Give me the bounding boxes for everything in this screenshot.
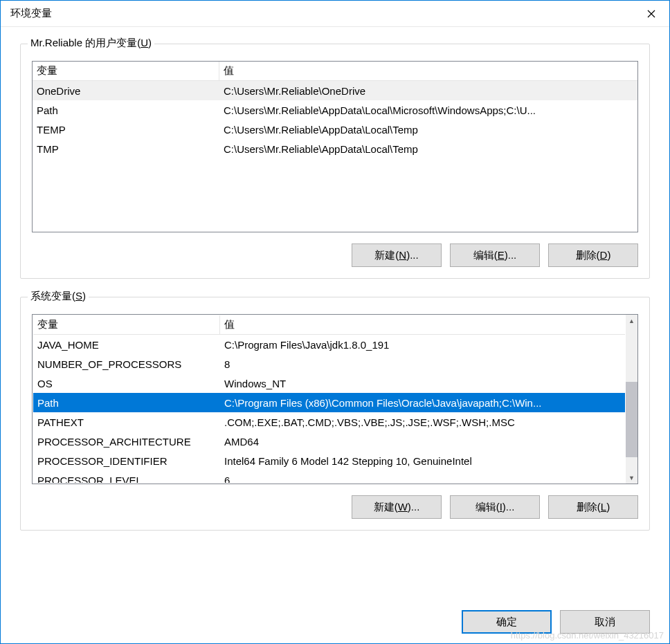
user-vars-table[interactable]: 变量 值 OneDriveC:\Users\Mr.Reliable\OneDri… [32,61,638,232]
cell-variable: Path [33,102,219,118]
cell-value: C:\Program Files (x86)\Common Files\Orac… [220,395,625,411]
user-buttons-row: 新建(N)... 编辑(E)... 删除(D) [32,243,638,267]
env-vars-dialog: 环境变量 Mr.Reliable 的用户变量(U) 变量 值 OneDriveC… [0,0,670,644]
header-variable[interactable]: 变量 [33,62,219,80]
user-delete-button[interactable]: 删除(D) [548,243,638,267]
user-vars-label: Mr.Reliable 的用户变量(U) [28,37,154,50]
cell-variable: NUMBER_OF_PROCESSORS [33,356,220,372]
user-vars-group: Mr.Reliable 的用户变量(U) 变量 值 OneDriveC:\Use… [20,44,650,279]
system-buttons-row: 新建(W)... 编辑(I)... 删除(L) [32,495,638,519]
scroll-thumb[interactable] [626,382,637,457]
system-delete-button[interactable]: 删除(L) [548,495,638,519]
cancel-button[interactable]: 取消 [560,610,650,634]
window-title: 环境变量 [10,7,52,20]
header-value[interactable]: 值 [220,315,625,334]
table-row[interactable]: TMPC:\Users\Mr.Reliable\AppData\Local\Te… [33,139,637,158]
close-icon [647,10,655,18]
cell-value: AMD64 [220,434,625,450]
cell-variable: OS [33,376,220,392]
dialog-footer: 确定 取消 [1,606,669,643]
scroll-up-icon[interactable]: ▲ [626,315,637,326]
system-table-header: 变量 值 [33,315,625,335]
cell-value: C:\Users\Mr.Reliable\AppData\Local\Micro… [219,102,637,118]
dialog-content: Mr.Reliable 的用户变量(U) 变量 值 OneDriveC:\Use… [1,27,669,606]
cell-value: 6 [220,472,625,484]
cell-value: C:\Users\Mr.Reliable\OneDrive [219,83,637,99]
cell-value: C:\Program Files\Java\jdk1.8.0_191 [220,337,625,353]
system-vars-label: 系统变量(S) [28,290,89,303]
table-row[interactable]: PathC:\Program Files (x86)\Common Files\… [33,393,625,412]
table-row[interactable]: TEMPC:\Users\Mr.Reliable\AppData\Local\T… [33,120,637,139]
system-new-button[interactable]: 新建(W)... [352,495,442,519]
header-variable[interactable]: 变量 [33,315,220,334]
cell-variable: PROCESSOR_ARCHITECTURE [33,434,220,450]
table-row[interactable]: NUMBER_OF_PROCESSORS8 [33,354,625,374]
cell-variable: JAVA_HOME [33,337,220,353]
system-vars-group: 系统变量(S) 变量 值 JAVA_HOMEC:\Program Files\J… [20,297,650,531]
close-button[interactable] [633,1,669,27]
cell-variable: Path [33,395,220,411]
user-new-button[interactable]: 新建(N)... [352,243,442,267]
table-row[interactable]: PROCESSOR_ARCHITECTUREAMD64 [33,432,625,451]
cell-variable: PATHEXT [33,414,220,430]
table-row[interactable]: PathC:\Users\Mr.Reliable\AppData\Local\M… [33,100,637,120]
user-table-header: 变量 值 [33,62,637,81]
titlebar: 环境变量 [1,1,669,27]
table-row[interactable]: PROCESSOR_IDENTIFIERIntel64 Family 6 Mod… [33,451,625,470]
scroll-track[interactable] [626,326,637,472]
table-row[interactable]: PATHEXT.COM;.EXE;.BAT;.CMD;.VBS;.VBE;.JS… [33,412,625,432]
cell-value: C:\Users\Mr.Reliable\AppData\Local\Temp [219,122,637,138]
header-value[interactable]: 值 [219,62,637,80]
cell-variable: OneDrive [33,83,219,99]
cell-variable: PROCESSOR_IDENTIFIER [33,453,220,469]
table-row[interactable]: OneDriveC:\Users\Mr.Reliable\OneDrive [33,81,637,100]
cell-variable: PROCESSOR_LEVEL [33,472,220,484]
system-edit-button[interactable]: 编辑(I)... [450,495,540,519]
ok-button[interactable]: 确定 [462,610,552,634]
table-row[interactable]: OSWindows_NT [33,374,625,393]
cell-value: C:\Users\Mr.Reliable\AppData\Local\Temp [219,141,637,157]
cell-value: .COM;.EXE;.BAT;.CMD;.VBS;.VBE;.JS;.JSE;.… [220,414,625,430]
scroll-down-icon[interactable]: ▼ [626,472,637,484]
user-edit-button[interactable]: 编辑(E)... [450,243,540,267]
cell-value: 8 [220,356,625,372]
cell-value: Intel64 Family 6 Model 142 Stepping 10, … [220,453,625,469]
table-row[interactable]: JAVA_HOMEC:\Program Files\Java\jdk1.8.0_… [33,335,625,354]
system-vars-table[interactable]: 变量 值 JAVA_HOMEC:\Program Files\Java\jdk1… [32,314,638,484]
cell-value: Windows_NT [220,376,625,392]
cell-variable: TMP [33,141,219,157]
table-row[interactable]: PROCESSOR_LEVEL6 [33,470,625,483]
system-scrollbar[interactable]: ▲ ▼ [626,315,637,484]
cell-variable: TEMP [33,122,219,138]
